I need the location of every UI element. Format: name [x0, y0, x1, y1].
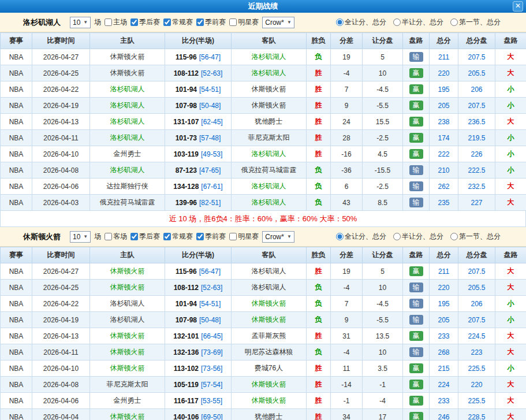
close-icon[interactable]: ✕ — [513, 1, 523, 12]
table-row: NBA2026-04-25休斯顿火箭108-112[52-63]洛杉矶湖人胜-4… — [1, 65, 526, 81]
league-cell: NBA — [1, 114, 32, 130]
full-score: 101-94 — [176, 86, 197, 94]
checkbox-input[interactable] — [229, 233, 237, 240]
league-cell: NBA — [1, 81, 32, 98]
full-score: 131-107 — [173, 118, 199, 126]
view-mode-select[interactable]: Crow*▼ — [262, 17, 294, 28]
handicap-result-badge: 赢 — [409, 380, 423, 389]
checkbox-input[interactable] — [163, 233, 171, 240]
handicap-result-cell: 输 — [403, 296, 430, 312]
filter-checkbox[interactable]: 季后赛 — [130, 232, 160, 241]
date-cell: 2026-04-27 — [32, 49, 90, 65]
summary-row: 近 10 场，胜6负4：胜率：60%，赢率：60% 大率：50% — [0, 211, 526, 227]
odds-type-radio[interactable]: 第一节、总分 — [450, 232, 501, 241]
total-points-cell: 235 — [430, 195, 458, 211]
win-lose-cell: 负 — [307, 162, 331, 179]
league-cell: NBA — [1, 344, 32, 360]
away-team-cell: 休斯顿火箭 — [232, 98, 307, 114]
date-cell: 2026-04-25 — [32, 65, 90, 81]
handicap-line-cell: -15.5 — [363, 162, 403, 179]
home-team-cell: 休斯顿火箭 — [90, 344, 165, 360]
table-row: NBA2026-04-08菲尼克斯太阳105-119[57-54]休斯顿火箭胜-… — [1, 377, 526, 393]
away-team-cell: 菲尼克斯太阳 — [232, 130, 307, 146]
total-line-cell: 228.5 — [458, 409, 495, 420]
home-team-cell: 洛杉矶湖人 — [90, 81, 165, 98]
radio-input[interactable] — [336, 18, 344, 26]
away-team-cell: 俄克拉荷马城雷霆 — [232, 162, 307, 179]
checkbox-input[interactable] — [130, 18, 138, 26]
games-count-select[interactable]: 10▼ — [70, 17, 91, 28]
filter-checkbox[interactable]: 季前赛 — [196, 232, 226, 241]
total-line-cell: 207.5 — [458, 98, 495, 114]
filter-checkbox[interactable]: 明星赛 — [229, 17, 259, 27]
date-cell: 2026-04-13 — [32, 328, 90, 344]
radio-input[interactable] — [336, 233, 344, 240]
filter-checkbox[interactable]: 常规赛 — [163, 17, 193, 27]
half-score: [73-56] — [201, 365, 222, 373]
away-team-cell: 洛杉矶湖人 — [232, 195, 307, 211]
filter-checkbox[interactable]: 季前赛 — [196, 17, 226, 27]
checkbox-input[interactable] — [130, 233, 138, 240]
radio-input[interactable] — [450, 233, 458, 240]
checkbox-input[interactable] — [196, 18, 204, 26]
checkbox-input[interactable] — [105, 233, 112, 240]
odds-type-radio[interactable]: 半让分、总分 — [393, 17, 443, 27]
handicap-result-badge: 输 — [409, 165, 423, 175]
view-mode-select[interactable]: Crow*▼ — [262, 231, 294, 243]
win-lose-cell: 胜 — [307, 393, 331, 409]
point-diff-cell: 9 — [331, 98, 363, 114]
handicap-result-cell: 输 — [403, 49, 430, 65]
filter-checkbox[interactable]: 季后赛 — [130, 17, 160, 27]
odds-type-radio[interactable]: 全让分、总分 — [336, 232, 386, 241]
games-unit-label: 场 — [94, 232, 101, 241]
away-team-cell: 休斯顿火箭 — [232, 377, 307, 393]
chevron-down-icon: ▼ — [83, 20, 88, 25]
handicap-result-badge: 输 — [409, 52, 423, 62]
handicap-result-cell: 赢 — [403, 114, 430, 130]
home-team-cell: 金州勇士 — [90, 393, 165, 409]
over-under-cell: 大 — [495, 263, 526, 280]
handicap-result-cell: 赢 — [403, 146, 430, 162]
checkbox-input[interactable] — [229, 18, 237, 26]
half-score: [50-48] — [199, 316, 221, 324]
checkbox-label: 季前赛 — [205, 17, 226, 27]
radio-input[interactable] — [393, 233, 401, 240]
handicap-result-badge: 赢 — [409, 396, 423, 406]
total-points-cell: 246 — [430, 409, 458, 420]
radio-label: 半让分、总分 — [402, 17, 443, 27]
win-lose-cell: 胜 — [307, 377, 331, 393]
half-score: [57-54] — [201, 381, 222, 389]
header-row: 赛事比赛时间主队比分(半场)客队胜负分差让分盘盘路总分总分盘盘路 — [1, 33, 526, 49]
date-cell: 2026-04-10 — [32, 360, 90, 377]
radio-input[interactable] — [450, 18, 458, 26]
half-score: [66-45] — [201, 332, 222, 340]
league-cell: NBA — [1, 98, 32, 114]
total-line-cell: 224.5 — [458, 328, 495, 344]
handicap-line-cell: 10 — [363, 344, 403, 360]
checkbox-input[interactable] — [105, 18, 112, 26]
odds-type-radio[interactable]: 第一节、总分 — [450, 17, 501, 27]
handicap-result-cell: 赢 — [403, 409, 430, 420]
full-score: 107-98 — [176, 102, 197, 110]
over-under-cell: 大 — [495, 114, 526, 130]
total-points-cell: 195 — [430, 81, 458, 98]
score-cell: 103-119[49-53] — [165, 146, 232, 162]
odds-type-radio[interactable]: 半让分、总分 — [393, 232, 443, 241]
date-cell: 2026-04-08 — [32, 377, 90, 393]
filter-checkbox[interactable]: 明星赛 — [229, 232, 259, 241]
league-cell: NBA — [1, 296, 32, 312]
filter-checkbox[interactable]: 主场 — [105, 17, 127, 27]
games-count-select[interactable]: 10▼ — [70, 231, 91, 243]
point-diff-cell: -4 — [331, 65, 363, 81]
total-line-cell: 205.5 — [458, 280, 495, 296]
over-under-cell: 小 — [495, 130, 526, 146]
total-points-cell: 205 — [430, 98, 458, 114]
radio-input[interactable] — [393, 18, 401, 26]
filter-checkbox[interactable]: 客场 — [105, 232, 127, 241]
checkbox-input[interactable] — [196, 233, 204, 240]
table-row: NBA2026-04-06达拉斯独行侠134-128[67-61]洛杉矶湖人负6… — [1, 179, 526, 195]
column-header: 总分盘 — [458, 33, 495, 49]
filter-checkbox[interactable]: 常规赛 — [163, 232, 193, 241]
odds-type-radio[interactable]: 全让分、总分 — [336, 17, 386, 27]
checkbox-input[interactable] — [163, 18, 171, 26]
